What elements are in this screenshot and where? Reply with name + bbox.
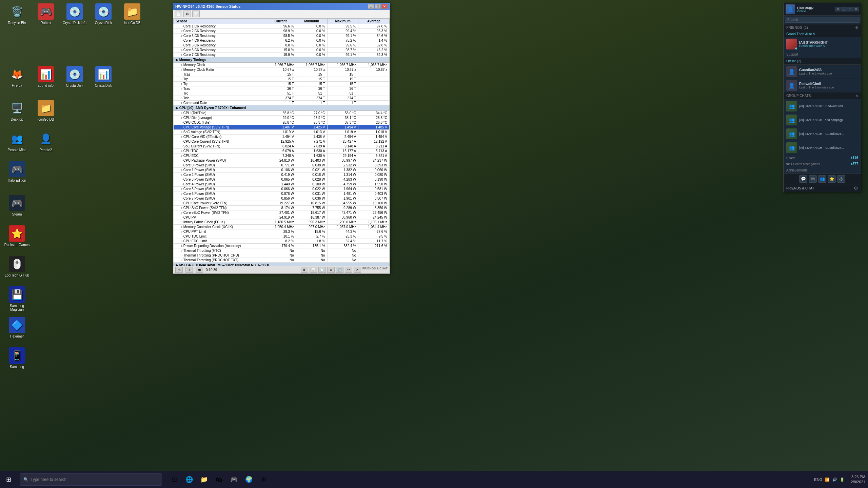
- table-row[interactable]: ○ Core 3 Power (SMU)0.065 W0.028 W4.283 …: [174, 177, 390, 182]
- table-row[interactable]: ○ Core 4 Power (SMU)1.440 W0.100 W4.759 …: [174, 182, 390, 187]
- toolbar-btn-1[interactable]: 📄: [175, 11, 182, 17]
- hwinfo-sensor-table[interactable]: Sensor Current Minimum Maximum Average ○…: [173, 18, 390, 266]
- maximize-button[interactable]: □: [375, 4, 381, 9]
- table-row[interactable]: ○ CPU (Tctl/Tdie)35.8 °C27.0 °C58.0 °C34…: [174, 111, 390, 116]
- table-row[interactable]: ○ Infinity Fabric Clock (FCLK)1,180.5 MH…: [174, 220, 390, 225]
- steam-group-2[interactable]: 👥 [AI] STARKNIGHT and rjarrpcgp: [784, 113, 861, 127]
- table-row[interactable]: ○ Trp15 T15 T15 T: [174, 82, 390, 86]
- steam-friend-redwolf[interactable]: 👤 RedwolfGimli Last online 2 minutes ago: [784, 79, 861, 93]
- desktop-icon-hexamer[interactable]: 🔷 Hexamer: [3, 317, 31, 338]
- desktop-icon-people-misc[interactable]: 👥 People Misc: [3, 130, 31, 152]
- steam-group-1[interactable]: 👥 [AI] STARKNIGHT, RedwolfGimli...: [784, 99, 861, 113]
- table-row[interactable]: ○ SoC Current (SVI2 TFN)8.024 A7.639 A9.…: [174, 144, 390, 149]
- table-row[interactable]: ○ Core 7 C6 Residency15.9 %0.0 %99.1 %32…: [174, 53, 390, 57]
- taskbar-search-box[interactable]: 🔍 Type here to search: [20, 473, 162, 486]
- table-row[interactable]: ○ Power Reporting Deviation (Accuracy)17…: [174, 244, 390, 248]
- table-row[interactable]: ○ Trc51 T51 T51 T: [174, 91, 390, 96]
- table-row[interactable]: ○ CPU PPT Limit28.3 %18.6 %44.3 %27.6 %: [174, 229, 390, 234]
- table-row[interactable]: ○ CPU Core Voltage (SVI2 TFN)1.487 V1.42…: [174, 125, 390, 130]
- desktop-icon-cpuid[interactable]: 📊 cpu-id info: [32, 66, 59, 87]
- steam-settings-button[interactable]: ⚙: [835, 7, 841, 12]
- table-row[interactable]: ○ Core 4 C6 Residency6.2 %0.0 %75.2 %1.4…: [174, 38, 390, 43]
- steam-achievements-row[interactable]: Achievements: [784, 167, 861, 174]
- steam-search-input[interactable]: [785, 17, 860, 23]
- table-row[interactable]: ○ CPU TDC Limit10.1 %2.7 %25.3 %9.5 %: [174, 234, 390, 239]
- desktop-icon-crystaldiskinfo[interactable]: 💿 CrystalDisk Info: [61, 3, 88, 25]
- table-row[interactable]: ○ CPU CCD1 (Tdie)26.8 °C25.3 °C37.3 °C26…: [174, 120, 390, 125]
- table-row[interactable]: ○ CPU Die (average)29.0 °C25.9 °C38.1 °C…: [174, 116, 390, 120]
- steam-close-button[interactable]: ✕: [853, 7, 859, 12]
- steam-group-3[interactable]: 👥 [AI] STARKNIGHT, Guardian24...: [784, 127, 861, 141]
- status-pause-button[interactable]: ⏸: [185, 267, 193, 273]
- desktop-icon-crystaldisk2[interactable]: 💿 CrystalDisk: [90, 3, 117, 25]
- table-row[interactable]: ○ Thermal Throttling (HTC)NoNoNo: [174, 248, 390, 253]
- group-chat-add-icon[interactable]: ✕: [855, 94, 858, 98]
- desktop-icon-samsung2[interactable]: 📱 Samsung: [3, 347, 31, 369]
- table-row[interactable]: ○ CPU Core Power (SVI2 TFN)19.227 W10.81…: [174, 201, 390, 206]
- toolbar-btn-3[interactable]: 📊: [192, 11, 200, 17]
- status-icon-2[interactable]: 📊: [310, 267, 317, 273]
- table-row[interactable]: ○ Memory Clock Ratio10.67 x10.67 x10.67 …: [174, 67, 390, 72]
- table-row[interactable]: ○ Tras36 T36 T36 T: [174, 86, 390, 91]
- status-icon-5[interactable]: 🔃: [336, 267, 343, 273]
- taskbar-icon-store[interactable]: 🛍: [212, 473, 226, 486]
- table-row[interactable]: ○ Core 1 C6 Residency96.6 %0.0 %99.5 %97…: [174, 24, 390, 29]
- desktop-icon-roblox[interactable]: 🎮 Roblox: [32, 3, 59, 25]
- table-row[interactable]: ○ Core eSoC Power (SVI2 TFN)27.401 W18.6…: [174, 210, 390, 215]
- table-row[interactable]: ○ Core 7 Power (SMU)0.856 W0.036 W1.901 …: [174, 196, 390, 201]
- minimize-button[interactable]: _: [368, 4, 374, 9]
- desktop-icon-firefox[interactable]: 🦊 Firefox: [3, 66, 31, 87]
- table-row[interactable]: ○ Core 2 C6 Residency98.9 %0.0 %99.4 %95…: [174, 29, 390, 34]
- desktop-icon-icongodb[interactable]: 📁 IconGo DB: [119, 3, 146, 25]
- table-row[interactable]: ○ Core 6 C6 Residency15.8 %0.0 %98.7 %46…: [174, 48, 390, 53]
- desktop-icon-crystaldisk3[interactable]: 💿 CrystalDisk: [61, 66, 88, 87]
- taskbar-clock[interactable]: 3:26 PM 2/8/2021: [848, 474, 868, 485]
- table-row[interactable]: ○ Thermal Throttling (PROCHOT CPU)NoNoNo: [174, 253, 390, 258]
- table-row[interactable]: ○ CPU Core Current (SVI2 TFN)12.925 A7.2…: [174, 139, 390, 144]
- taskbar-icon-steam[interactable]: 🎮: [227, 473, 241, 486]
- steam-icon-chat[interactable]: 💬: [799, 175, 807, 183]
- desktop-icon-halo[interactable]: 🎮 Halo Edition: [3, 161, 31, 182]
- table-row[interactable]: ○ Trp15 T15 T15 T: [174, 77, 390, 82]
- status-icon-6[interactable]: ↩: [345, 267, 352, 273]
- steam-search-bar[interactable]: [784, 16, 861, 24]
- desktop-icon-crystaldisk4[interactable]: 📊 CrystalDisk: [90, 66, 117, 87]
- table-row[interactable]: ○ CPU EDC Limit8.2 %1.8 %32.4 %11.7 %: [174, 239, 390, 244]
- steam-maximize-button[interactable]: □: [847, 7, 853, 12]
- table-row[interactable]: ○ Command Rate1 T1 T1 T: [174, 101, 390, 105]
- taskbar-icon-explorer[interactable]: 📁: [197, 473, 211, 486]
- steam-friend-guardian[interactable]: 👤 Guardian2433 Last online 2 weeks ago: [784, 65, 861, 79]
- table-row[interactable]: ○ Core 0 Power (SMU)0.771 W0.038 W2.532 …: [174, 163, 390, 168]
- toolbar-btn-2[interactable]: ⚙: [183, 11, 191, 17]
- table-row[interactable]: ○ CPU SoC Power (SVI2 TFN)8.174 W7.755 W…: [174, 206, 390, 210]
- table-row[interactable]: ○ SoC Voltage (SVI2 TFN)1.019 V1.013 V1.…: [174, 130, 390, 135]
- steam-icon-controller[interactable]: 🕹: [837, 175, 845, 183]
- steam-icon-star[interactable]: ⭐: [828, 175, 836, 183]
- status-prev-button[interactable]: ⏮: [175, 267, 183, 273]
- desktop-icon-desktop[interactable]: 🖥️ Desktop: [3, 100, 31, 121]
- desktop-icon-rockstar[interactable]: ⭐ Rockstar Games: [3, 225, 31, 247]
- taskbar-icon-edge[interactable]: 🌐: [182, 473, 196, 486]
- table-row[interactable]: ○ Memory Clock1,066.7 MHz1,066.7 MHz1,06…: [174, 63, 390, 67]
- steam-icon-games[interactable]: 🎮: [809, 175, 817, 183]
- table-row[interactable]: ○ Memory Controller Clock (UCLK)1,050.4 …: [174, 225, 390, 229]
- taskbar-icon-chrome[interactable]: 🌍: [242, 473, 256, 486]
- taskbar-icon-settings[interactable]: ⚙: [257, 473, 271, 486]
- status-icon-4[interactable]: ⚙: [327, 267, 335, 273]
- desktop-icon-people2[interactable]: 👤 People2: [32, 130, 59, 152]
- table-row[interactable]: ○ CPU TDC6.079 A1.630 A15.177 A5.713 A: [174, 149, 390, 154]
- table-row[interactable]: ○ Core 5 Power (SMU)0.066 W0.022 W1.964 …: [174, 187, 390, 191]
- close-button[interactable]: ✕: [381, 4, 388, 9]
- table-row[interactable]: ○ Core 2 Power (SMU)0.419 W0.018 W1.314 …: [174, 172, 390, 177]
- taskbar-icon-taskview[interactable]: ⊡: [167, 473, 181, 486]
- table-row[interactable]: ○ Core 5 C6 Residency0.0 %0.0 %99.6 %32.…: [174, 43, 390, 48]
- table-row[interactable]: ○ Trfc374 T374 T374 T: [174, 96, 390, 101]
- table-row[interactable]: ○ CPU PPT24.919 W16.387 W38.960 W24.245 …: [174, 215, 390, 220]
- steam-friend-starknight[interactable]: [AI] STARKNIGHT Grand Theft Auto V: [784, 37, 861, 51]
- table-row[interactable]: ○ CPU Core VID (Effective)1.494 V1.438 V…: [174, 135, 390, 139]
- steam-group-4[interactable]: 👥 [AI] STARKNIGHT, Guardian24...: [784, 141, 861, 155]
- desktop-icon-steam[interactable]: 🎮 Steam: [3, 195, 31, 216]
- table-row[interactable]: ○ CPU EDC7.348 A1.630 A29.194 A6.321 A: [174, 154, 390, 158]
- table-row[interactable]: ○ Core 1 Power (SMU)0.106 W0.021 W1.382 …: [174, 168, 390, 172]
- desktop-icon-samsung[interactable]: 💾 Samsung Magician: [3, 286, 31, 311]
